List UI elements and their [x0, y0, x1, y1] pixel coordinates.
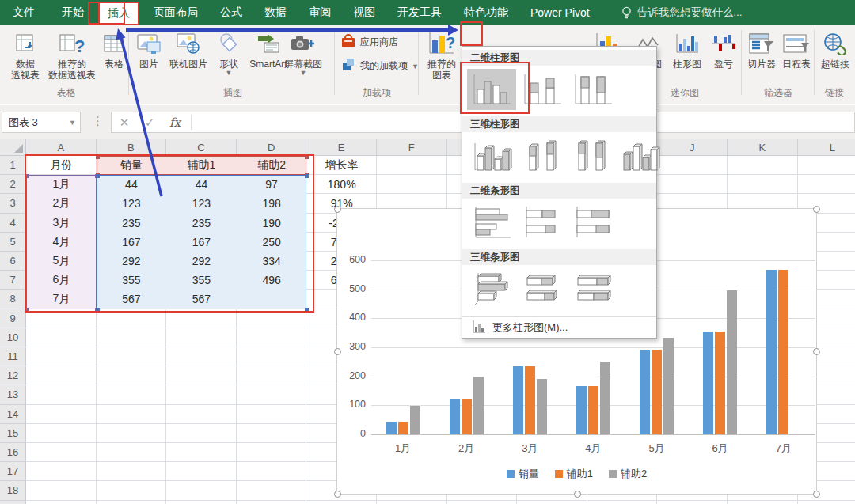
cell-D2[interactable]: 97 [237, 175, 307, 194]
cell-C8[interactable]: 567 [166, 290, 237, 309]
column-header-B[interactable]: B [97, 139, 167, 156]
row-header-7[interactable]: 7 [0, 271, 26, 290]
bar-销量-1月[interactable] [386, 422, 397, 434]
tab-特色功能[interactable]: 特色功能 [456, 0, 516, 25]
row-header-5[interactable]: 5 [0, 233, 26, 252]
bar-销量-5月[interactable] [640, 350, 650, 434]
column-header-K[interactable]: K [728, 139, 798, 156]
row-header-11[interactable]: 11 [0, 347, 26, 366]
tab-审阅[interactable]: 审阅 [301, 0, 339, 25]
cell-E1[interactable]: 增长率 [306, 156, 377, 175]
bar-辅助2-3月[interactable] [537, 379, 547, 434]
cell-D5[interactable]: 250 [237, 233, 307, 252]
more-column-charts-item[interactable]: 更多柱形图(M)... [462, 316, 656, 338]
cell-B3[interactable]: 123 [97, 194, 167, 213]
clustered-column-3d-icon[interactable] [467, 135, 516, 176]
cell-B7[interactable]: 355 [97, 271, 167, 290]
cancel-icon[interactable]: ✕ [112, 116, 137, 130]
row-header-9[interactable]: 9 [0, 309, 26, 328]
cell-D6[interactable]: 334 [237, 252, 307, 271]
chevron-down-icon[interactable]: ▼ [69, 119, 76, 127]
column-header-E[interactable]: E [306, 139, 377, 156]
cell-C6[interactable]: 292 [166, 252, 237, 271]
stacked100-bar-icon[interactable] [568, 202, 618, 243]
chart-resize-handle[interactable] [334, 491, 341, 498]
tab-Power Pivot[interactable]: Power Pivot [522, 0, 598, 25]
cell-B8[interactable]: 567 [97, 290, 167, 309]
bar-辅助1-4月[interactable] [588, 386, 598, 434]
row-header-3[interactable]: 3 [0, 194, 26, 213]
cell-C5[interactable]: 167 [166, 233, 237, 252]
row-header-8[interactable]: 8 [0, 290, 26, 309]
name-box[interactable]: 图表 3 ▼ [2, 112, 81, 133]
cell-A7[interactable]: 6月 [26, 271, 97, 290]
insert-function-icon[interactable]: fx [162, 116, 188, 130]
stacked100-column-icon[interactable] [568, 69, 618, 110]
row-header-18[interactable]: 18 [0, 481, 26, 500]
row-header-1[interactable]: 1 [0, 156, 26, 175]
row-header-13[interactable]: 13 [0, 385, 26, 404]
stacked-bar-icon[interactable] [518, 202, 567, 243]
bar-辅助2-5月[interactable] [663, 338, 674, 434]
bar-辅助2-4月[interactable] [600, 362, 610, 434]
cell-E2[interactable]: 180% [306, 175, 377, 194]
cell-D3[interactable]: 198 [237, 194, 307, 213]
range-handle[interactable] [305, 308, 309, 312]
tab-开始[interactable]: 开始 [54, 0, 92, 25]
bar-销量-4月[interactable] [576, 386, 587, 434]
bar-辅助1-3月[interactable] [525, 366, 535, 434]
column-header-F[interactable]: F [377, 139, 447, 156]
cell-C4[interactable]: 235 [166, 214, 237, 233]
tell-me-box[interactable]: 告诉我您想要做什么... [621, 6, 743, 20]
column-header-J[interactable]: J [657, 139, 728, 156]
cell-B5[interactable]: 167 [97, 233, 167, 252]
stacked-bar-3d-icon[interactable] [518, 268, 567, 309]
column-header-A[interactable]: A [26, 139, 97, 156]
select-all-corner[interactable] [0, 139, 26, 156]
column-3d-icon[interactable] [614, 135, 663, 176]
cell-A8[interactable]: 7月 [26, 290, 97, 309]
row-header-19[interactable]: 19 [0, 501, 26, 504]
row-header-6[interactable]: 6 [0, 252, 26, 271]
stacked-column-icon[interactable] [518, 69, 567, 110]
cell-A6[interactable]: 5月 [26, 252, 97, 271]
bar-销量-7月[interactable] [766, 270, 777, 434]
bar-辅助1-5月[interactable] [652, 350, 662, 434]
tab-视图[interactable]: 视图 [345, 0, 383, 25]
chart-resize-handle[interactable] [813, 491, 820, 498]
cell-A5[interactable]: 4月 [26, 233, 97, 252]
cell-C1[interactable]: 辅助1 [166, 156, 237, 175]
cell-D1[interactable]: 辅助2 [237, 156, 307, 175]
cell-A2[interactable]: 1月 [26, 175, 97, 194]
chart-resize-handle[interactable] [813, 348, 820, 355]
row-header-12[interactable]: 12 [0, 366, 26, 385]
chart-resize-handle[interactable] [574, 491, 581, 498]
cell-B4[interactable]: 235 [97, 214, 167, 233]
bar-销量-2月[interactable] [450, 399, 460, 434]
row-header-2[interactable]: 2 [0, 175, 26, 194]
bar-辅助2-6月[interactable] [727, 290, 737, 434]
bar-辅助2-1月[interactable] [410, 406, 420, 434]
bar-辅助1-2月[interactable] [462, 399, 472, 434]
bar-辅助1-1月[interactable] [398, 422, 408, 434]
row-header-14[interactable]: 14 [0, 405, 26, 424]
bar-销量-6月[interactable] [703, 332, 713, 434]
tab-页面布局[interactable]: 页面布局 [146, 0, 206, 25]
row-header-4[interactable]: 4 [0, 214, 26, 233]
column-header-L[interactable]: L [798, 139, 855, 156]
cell-A1[interactable]: 月份 [26, 156, 97, 175]
stacked-column-3d-icon[interactable] [516, 135, 565, 176]
tab-开发工具[interactable]: 开发工具 [390, 0, 450, 25]
cell-D7[interactable]: 496 [237, 271, 307, 290]
bar-辅助2-2月[interactable] [473, 377, 484, 434]
stacked100-bar-3d-icon[interactable] [568, 268, 618, 309]
clustered-bar-icon[interactable] [467, 202, 516, 243]
cell-A3[interactable]: 2月 [26, 194, 97, 213]
clustered-bar-3d-icon[interactable] [467, 268, 516, 309]
cell-C2[interactable]: 44 [166, 175, 237, 194]
cell-C7[interactable]: 355 [166, 271, 237, 290]
chart-legend[interactable]: 销量辅助1辅助2 [337, 467, 816, 481]
cell-C3[interactable]: 123 [166, 194, 237, 213]
tab-数据[interactable]: 数据 [256, 0, 294, 25]
cell-D4[interactable]: 190 [237, 214, 307, 233]
